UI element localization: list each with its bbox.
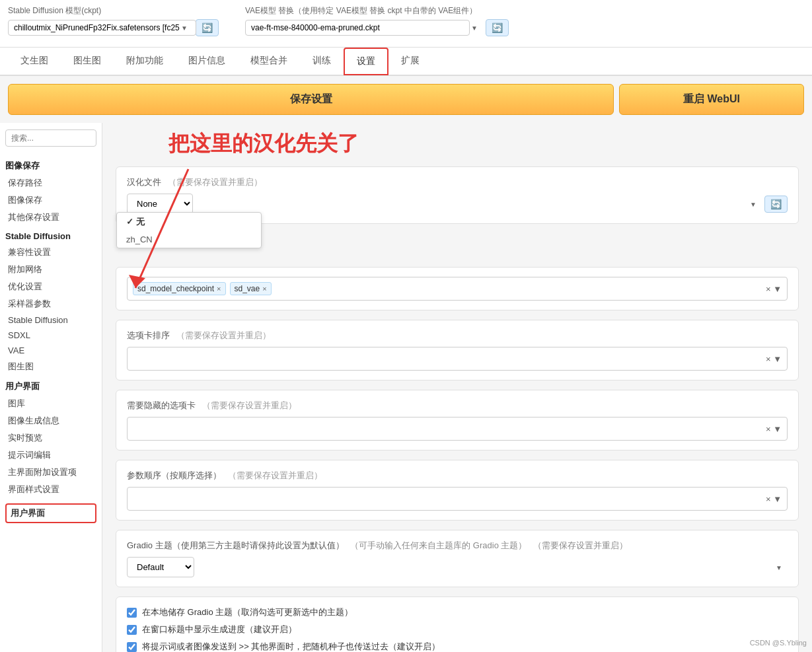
localization-dropdown-menu: ✓ 无 zh_CN	[116, 212, 262, 248]
tab-order-label: 选项卡排序 （需要保存设置并重启）	[127, 330, 788, 342]
hidden-tabs-hint: （需要保存设置并重启）	[202, 400, 297, 410]
model-select[interactable]: chilloutmix_NiPrunedFp32Fix.safetensors …	[8, 20, 196, 36]
localization-section: 汉化文件 （需要保存设置并重启） None 无 zh_CN 🔄 ✓ 无 z	[116, 166, 799, 224]
sidebar-item-ui-extra[interactable]: 主界面附加设置项	[5, 464, 96, 481]
localization-label: 汉化文件 （需要保存设置并重启）	[127, 176, 788, 188]
sidebar-search-input[interactable]	[5, 129, 96, 147]
nav-tabs: 文生图 图生图 附加功能 图片信息 模型合并 训练 设置 扩展	[0, 48, 812, 75]
tab-order-input[interactable]: × ▼	[127, 347, 788, 371]
save-settings-button[interactable]: 保存设置	[8, 84, 614, 115]
checkbox-item-2: 在窗口标题中显示生成进度（建议开启）	[127, 624, 788, 635]
sidebar-item-image-save[interactable]: 图像保存	[5, 192, 96, 209]
sidebar-item-optimization[interactable]: 优化设置	[5, 278, 96, 295]
checkbox-gradio-store-label: 在本地储存 Gradio 主题（取消勾选可更新选中的主题）	[142, 606, 353, 618]
sidebar-group-ui: 用户界面	[5, 380, 96, 392]
sidebar-item-gallery[interactable]: 图库	[5, 395, 96, 412]
localization-select[interactable]: None 无 zh_CN	[127, 194, 193, 214]
sidebar-item-img2img[interactable]: 图生图	[5, 358, 96, 375]
tag-label-vae: sd_vae	[235, 284, 260, 293]
sidebar-item-stable-diffusion[interactable]: Stable Diffusion	[5, 312, 96, 328]
tab-order-section: 选项卡排序 （需要保存设置并重启） × ▼	[116, 320, 799, 380]
hidden-tabs-section: 需要隐藏的选项卡 （需要保存设置并重启） × ▼	[116, 390, 799, 451]
checkbox-send-seed[interactable]	[127, 642, 137, 652]
quicksettings-section: sd_model_checkpoint × sd_vae × × ▼	[116, 267, 799, 310]
param-order-input[interactable]: × ▼	[127, 487, 788, 511]
localization-refresh-button[interactable]: 🔄	[764, 196, 788, 213]
sidebar-item-extra-networks[interactable]: 附加网络	[5, 261, 96, 278]
model-label: Stable Diffusion 模型(ckpt)	[8, 5, 219, 17]
sidebar-item-gen-info[interactable]: 图像生成信息	[5, 412, 96, 429]
tab-extras[interactable]: 附加功能	[114, 48, 176, 75]
gradio-theme-select[interactable]: Default	[127, 557, 194, 577]
sidebar-item-save-path[interactable]: 保存路径	[5, 174, 96, 192]
localization-hint: （需要保存设置并重启）	[168, 177, 262, 187]
sidebar-group-stable-diffusion: Stable Diffusion	[5, 231, 96, 241]
tab-order-clear[interactable]: × ▼	[766, 354, 782, 364]
sidebar-item-sdxl[interactable]: SDXL	[5, 328, 96, 343]
hidden-tabs-input[interactable]: × ▼	[127, 417, 788, 441]
action-bar: 保存设置 重启 WebUI	[0, 76, 812, 123]
param-order-section: 参数顺序（按顺序选择） （需要保存设置并重启） × ▼	[116, 460, 799, 521]
model-refresh-button[interactable]: 🔄	[196, 19, 219, 36]
sidebar-item-prompt-edit[interactable]: 提示词编辑	[5, 447, 96, 464]
gradio-theme-section: Gradio 主题（使用第三方主题时请保持此设置为默认值） （可手动输入任何来自…	[116, 530, 799, 587]
checkbox-send-seed-label: 将提示词或者图像发送到 >> 其他界面时，把随机种子也传送过去（建议开启）	[142, 641, 440, 652]
restart-webui-button[interactable]: 重启 WebUI	[619, 84, 804, 115]
vae-label: VAE模型 替换（使用特定 VAE模型 替换 ckpt 中自带的 VAE组件）	[245, 5, 509, 17]
tag-label: sd_model_checkpoint	[137, 284, 214, 293]
param-order-label: 参数顺序（按顺序选择） （需要保存设置并重启）	[127, 470, 788, 482]
sidebar-group-image-save: 图像保存	[5, 160, 96, 172]
tab-train[interactable]: 训练	[300, 48, 344, 75]
tab-settings[interactable]: 设置	[344, 48, 388, 75]
tab-imginfo[interactable]: 图片信息	[176, 48, 238, 75]
main-content: 把这里的汉化先关了 汉化文件 （需要保存设置并重启） None 无	[102, 123, 812, 652]
tag-sd-vae: sd_vae ×	[230, 282, 272, 295]
vae-refresh-button[interactable]: 🔄	[486, 19, 509, 36]
sidebar-item-sampler-params[interactable]: 采样器参数	[5, 295, 96, 312]
sidebar-item-compat[interactable]: 兼容性设置	[5, 244, 96, 261]
watermark: CSDN @S.Ybling	[750, 639, 807, 647]
gradio-theme-hint2: （可手动输入任何来自主题库的 Gradio 主题）	[350, 540, 527, 550]
tab-extensions[interactable]: 扩展	[388, 48, 432, 75]
checkbox-gradio-store[interactable]	[127, 608, 137, 618]
tab-img2img[interactable]: 图生图	[61, 48, 114, 75]
vae-select[interactable]: vae-ft-mse-840000-ema-pruned.ckpt	[245, 20, 470, 36]
localization-option-wu[interactable]: ✓ 无	[117, 213, 261, 231]
tag-close-sd[interactable]: ×	[217, 285, 221, 293]
gradio-theme-hint3: （需要保存设置并重启）	[533, 540, 628, 550]
hidden-tabs-clear[interactable]: × ▼	[766, 424, 782, 434]
localization-dropdown-wrap: None 无 zh_CN 🔄	[127, 194, 788, 214]
sidebar-item-user-interface-highlighted[interactable]: 用户界面	[5, 503, 96, 523]
annotation-text: 把这里的汉化先关了	[168, 129, 359, 159]
param-order-hint: （需要保存设置并重启）	[228, 470, 322, 480]
tag-sd-model-checkpoint: sd_model_checkpoint ×	[133, 282, 226, 295]
checkbox-item-1: 在本地储存 Gradio 主题（取消勾选可更新选中的主题）	[127, 606, 788, 618]
sidebar-item-ui-style[interactable]: 界面样式设置	[5, 481, 96, 498]
checkbox-show-progress[interactable]	[127, 625, 137, 635]
checkboxes-section: 在本地储存 Gradio 主题（取消勾选可更新选中的主题） 在窗口标题中显示生成…	[116, 597, 799, 652]
gradio-theme-label: Gradio 主题（使用第三方主题时请保持此设置为默认值） （可手动输入任何来自…	[127, 540, 788, 552]
checkbox-item-3: 将提示词或者图像发送到 >> 其他界面时，把随机种子也传送过去（建议开启）	[127, 641, 788, 652]
tags-clear-button[interactable]: × ▼	[766, 284, 782, 294]
sidebar-item-vae[interactable]: VAE	[5, 343, 96, 358]
param-order-clear[interactable]: × ▼	[766, 494, 782, 504]
tab-order-hint: （需要保存设置并重启）	[176, 330, 271, 340]
sidebar: 图像保存 保存路径 图像保存 其他保存设置 Stable Diffusion 兼…	[0, 123, 102, 652]
tag-close-vae[interactable]: ×	[262, 285, 266, 293]
checkbox-show-progress-label: 在窗口标题中显示生成进度（建议开启）	[142, 624, 297, 635]
sidebar-item-live-preview[interactable]: 实时预览	[5, 429, 96, 447]
tab-txt2img[interactable]: 文生图	[8, 48, 61, 75]
hidden-tabs-label: 需要隐藏的选项卡 （需要保存设置并重启）	[127, 400, 788, 412]
quicksettings-tags-input[interactable]: sd_model_checkpoint × sd_vae × × ▼	[127, 277, 788, 301]
tab-modelmerge[interactable]: 模型合并	[238, 48, 300, 75]
localization-option-zh[interactable]: zh_CN	[117, 231, 261, 248]
sidebar-item-other-save[interactable]: 其他保存设置	[5, 209, 96, 226]
